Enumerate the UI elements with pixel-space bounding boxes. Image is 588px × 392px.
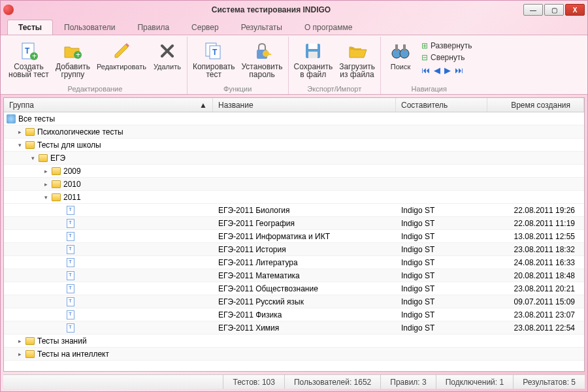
ribbon: T+ Создатьновый тест + Добавитьгруппу Ре…	[1, 35, 587, 95]
svg-rect-17	[395, 44, 398, 51]
folder-icon	[25, 350, 35, 358]
save-file-button[interactable]: Сохранитьв файл	[291, 39, 336, 80]
tree-label: 2009	[63, 167, 81, 176]
nav-small-buttons: ⊞ Развернуть ⊟ Свернуть ⏮ ◀ ▶ ⏭	[419, 39, 475, 76]
tree-row-folder[interactable]: ▾2011	[4, 191, 584, 204]
test-row[interactable]: ЕГЭ-2011 БиологияIndigo ST22.08.2011 19:…	[4, 204, 584, 217]
svg-rect-13	[308, 44, 318, 49]
lock-icon	[252, 41, 272, 61]
save-label: Сохранитьв файл	[294, 63, 333, 78]
tab-users[interactable]: Пользователи	[53, 20, 126, 35]
expand-all-button[interactable]: ⊞ Развернуть	[419, 41, 475, 51]
new-test-icon: T+	[18, 41, 39, 61]
copy-test-button[interactable]: T Копироватьтест	[190, 39, 238, 80]
test-row[interactable]: ЕГЭ-2011 ХимияIndigo ST23.08.2011 22:54	[4, 321, 584, 335]
tab-tests[interactable]: Тесты	[7, 20, 53, 35]
expander-icon[interactable]: ▾	[43, 194, 49, 200]
tree-label: Тесты на интеллект	[37, 350, 109, 359]
test-row[interactable]: ЕГЭ-2011 ГеографияIndigo ST22.08.2011 11…	[4, 217, 584, 230]
tree-row-folder[interactable]: ▸Тесты знаний	[4, 335, 584, 348]
ribbon-nav-label: Навигация	[384, 84, 475, 94]
test-author: Indigo ST	[396, 206, 487, 215]
col-time[interactable]: Время создания	[487, 98, 584, 112]
expander-icon[interactable]: ▾	[30, 155, 36, 161]
test-author: Indigo ST	[396, 232, 487, 241]
status-connections: Подключений: 1	[436, 375, 513, 389]
add-group-button[interactable]: + Добавитьгруппу	[53, 39, 93, 80]
copy-label: Копироватьтест	[193, 63, 235, 78]
nav-first-icon[interactable]: ⏮	[421, 65, 430, 75]
svg-rect-14	[308, 52, 318, 58]
tree-row-folder[interactable]: ▾Тесты для школы	[4, 139, 584, 152]
test-time: 23.08.2011 18:32	[487, 245, 584, 254]
search-button[interactable]: Поиск	[384, 39, 417, 72]
close-button[interactable]: X	[565, 4, 585, 16]
tab-results[interactable]: Результаты	[230, 20, 293, 35]
tab-server[interactable]: Сервер	[180, 20, 230, 35]
maximize-button[interactable]: ▢	[544, 4, 564, 16]
test-time: 23.08.2011 22:54	[487, 323, 584, 333]
tree-row-folder[interactable]: ▸2009	[4, 165, 584, 178]
ribbon-group-io: Сохранитьв файл Загрузитьиз файла Экспор…	[289, 37, 381, 94]
copy-icon: T	[203, 41, 224, 61]
load-file-button[interactable]: Загрузитьиз файла	[336, 39, 378, 80]
folder-icon	[52, 193, 61, 201]
set-password-button[interactable]: Установитьпароль	[239, 39, 286, 80]
svg-text:T: T	[212, 48, 218, 57]
folder-icon	[25, 128, 35, 136]
expander-icon[interactable]: ▸	[17, 351, 23, 357]
col-name[interactable]: Название	[213, 98, 396, 112]
window-title: Система тестирования INDIGO	[19, 5, 523, 14]
expander-icon[interactable]: ▸	[43, 181, 49, 187]
test-row[interactable]: ЕГЭ-2011 ОбществознаниеIndigo ST23.08.20…	[4, 282, 584, 295]
test-time: 20.08.2011 18:48	[487, 271, 584, 280]
tree-row-folder[interactable]: ▸Психологические тесты	[4, 125, 584, 139]
test-name: ЕГЭ-2011 Химия	[213, 323, 396, 333]
search-label: Поиск	[391, 63, 410, 71]
nav-last-icon[interactable]: ⏭	[455, 65, 463, 75]
expand-icon: ⊞	[421, 41, 428, 50]
nav-prev-icon[interactable]: ◀	[434, 65, 440, 75]
test-name: ЕГЭ-2011 История	[213, 245, 396, 254]
test-name: ЕГЭ-2011 Русский язык	[213, 297, 396, 306]
expander-icon[interactable]: ▸	[43, 168, 49, 174]
tree-label: 2010	[63, 180, 81, 189]
test-row[interactable]: ЕГЭ-2011 Русский языкIndigo ST09.07.2011…	[4, 295, 584, 308]
tab-about[interactable]: О программе	[293, 20, 363, 35]
create-test-button[interactable]: T+ Создатьновый тест	[6, 39, 52, 80]
test-name: ЕГЭ-2011 Математика	[213, 271, 396, 280]
test-author: Indigo ST	[396, 297, 487, 306]
test-name: ЕГЭ-2011 Информатика и ИКТ	[213, 232, 396, 241]
nav-next-icon[interactable]: ▶	[444, 65, 451, 75]
tree-row-folder[interactable]: ▾ЕГЭ	[4, 152, 584, 165]
test-row[interactable]: ЕГЭ-2011 МатематикаIndigo ST20.08.2011 1…	[4, 269, 584, 282]
tree-label: Тесты знаний	[37, 336, 87, 346]
status-results: Результатов: 5	[513, 375, 585, 389]
minimize-button[interactable]: —	[523, 4, 543, 16]
test-tree[interactable]: Все тесты ▸Психологические тесты ▾Тесты …	[4, 112, 584, 371]
delete-button[interactable]: Удалить	[150, 39, 184, 72]
tree-label: ЕГЭ	[50, 154, 65, 163]
content-panel: Группа▲ Название Составитель Время созда…	[3, 97, 585, 372]
test-row[interactable]: ЕГЭ-2011 Информатика и ИКТIndigo ST13.08…	[4, 230, 584, 243]
test-row[interactable]: ЕГЭ-2011 ИсторияIndigo ST23.08.2011 18:3…	[4, 243, 584, 256]
col-group[interactable]: Группа▲	[4, 98, 213, 112]
test-time: 22.08.2011 19:26	[487, 206, 584, 215]
expander-icon[interactable]: ▸	[17, 338, 23, 344]
col-author[interactable]: Составитель	[396, 98, 487, 112]
tab-rules[interactable]: Правила	[126, 20, 180, 35]
edit-button[interactable]: Редактировать	[94, 39, 149, 72]
tree-row-all[interactable]: Все тесты	[4, 112, 584, 125]
tree-row-folder[interactable]: ▸Тесты на интеллект	[4, 348, 584, 361]
test-row[interactable]: ЕГЭ-2011 ЛитератураIndigo ST24.08.2011 1…	[4, 256, 584, 269]
tree-row-folder[interactable]: ▸2010	[4, 178, 584, 191]
ribbon-io-label: Экспорт/Импорт	[291, 84, 378, 94]
collapse-all-button[interactable]: ⊟ Свернуть	[419, 52, 475, 63]
expander-icon[interactable]: ▾	[17, 142, 23, 148]
expander-icon[interactable]: ▸	[17, 129, 23, 135]
tree-label: Тесты для школы	[37, 140, 101, 150]
test-row[interactable]: ЕГЭ-2011 ФизикаIndigo ST23.08.2011 23:07	[4, 308, 584, 321]
status-rules: Правил: 3	[380, 375, 435, 389]
folder-icon	[52, 167, 61, 175]
ribbon-group-nav: Поиск ⊞ Развернуть ⊟ Свернуть ⏮ ◀ ▶	[381, 37, 478, 94]
